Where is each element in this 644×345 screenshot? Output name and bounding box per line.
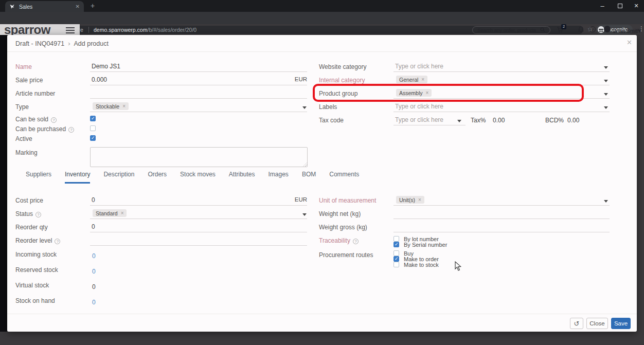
make-to-stock-checkbox[interactable]: [393, 262, 399, 267]
dropdown-caret-icon[interactable]: [604, 66, 608, 69]
dropdown-caret-icon[interactable]: [604, 93, 608, 96]
website-category-input[interactable]: [393, 62, 610, 72]
browser-tab[interactable]: Sales: [5, 1, 84, 12]
chip-remove-icon[interactable]: [421, 77, 424, 82]
can-be-purchased-checkbox[interactable]: [90, 125, 96, 131]
tax-percent-value[interactable]: 0.00: [493, 117, 505, 124]
window-maximize-icon[interactable]: [612, 0, 628, 12]
active-checkbox[interactable]: [90, 135, 96, 141]
tab-inventory[interactable]: Inventory: [65, 171, 90, 184]
unit-of-measurement-select[interactable]: [393, 195, 610, 206]
help-icon[interactable]: [589, 26, 596, 32]
dropdown-caret-icon[interactable]: [604, 106, 608, 109]
internal-category-chip[interactable]: General: [396, 76, 427, 83]
dropdown-caret-icon[interactable]: [457, 120, 461, 122]
breadcrumb-document[interactable]: Draft - INQ04971: [15, 40, 64, 47]
make-to-order-checkbox[interactable]: [393, 256, 399, 262]
tab-orders[interactable]: Orders: [148, 171, 167, 184]
tab-stock-moves[interactable]: Stock moves: [180, 171, 216, 184]
by-serial-number-checkbox[interactable]: [393, 242, 399, 247]
type-chip[interactable]: Stockable: [93, 102, 129, 110]
history-button[interactable]: [570, 318, 583, 329]
tax-code-input[interactable]: [393, 115, 466, 125]
breadcrumb: Draft - INQ04971Add product: [15, 40, 109, 47]
chip-label: Assembly: [399, 90, 423, 96]
reorder-qty-input[interactable]: [90, 222, 307, 232]
tab-close-icon[interactable]: [76, 4, 80, 9]
save-button[interactable]: Save: [611, 318, 631, 329]
labels-input[interactable]: [393, 102, 610, 112]
browser-address-bar: ← → ↻ Not secure demo.sparrowerp.com/b/#…: [0, 12, 644, 24]
incoming-stock-value[interactable]: 0: [92, 252, 96, 260]
new-tab-icon[interactable]: [91, 2, 95, 10]
marking-label: Marking: [15, 149, 38, 156]
tab-comments[interactable]: Comments: [329, 171, 359, 184]
sale-price-input[interactable]: [90, 75, 307, 85]
chip-remove-icon[interactable]: [418, 197, 421, 203]
tax-percent-label: Tax%: [471, 117, 486, 124]
help-circle-icon[interactable]: [51, 117, 57, 123]
marking-textarea[interactable]: [90, 147, 308, 167]
chip-label: Standard: [96, 210, 118, 216]
reorder-level-input[interactable]: [90, 235, 307, 246]
avatar[interactable]: [604, 26, 611, 32]
screen: Sales ← → ↻ Not secure demo.sparrowerp.c…: [0, 0, 644, 345]
article-number-input[interactable]: [90, 88, 307, 99]
status-chip[interactable]: Standard: [93, 209, 127, 217]
currency-suffix: EUR: [294, 76, 307, 82]
reorder-qty-label: Reorder qty: [15, 224, 48, 231]
currency-suffix: EUR: [294, 196, 307, 203]
incognito-icon: [598, 26, 604, 33]
can-be-purchased-label: Can be purchased: [15, 125, 74, 133]
unit-of-measurement-label: Unit of measurement: [319, 197, 376, 204]
help-circle-icon[interactable]: [68, 127, 74, 133]
can-be-sold-label: Can be sold: [15, 116, 57, 123]
unit-chip[interactable]: Unit(s): [396, 196, 424, 204]
tab-images[interactable]: Images: [269, 171, 289, 184]
dropdown-caret-icon[interactable]: [302, 213, 307, 216]
weight-gross-input[interactable]: [393, 222, 610, 232]
cost-price-input[interactable]: [90, 195, 307, 206]
chip-label: General: [399, 77, 418, 83]
user-name[interactable]: John Smith: [613, 28, 640, 34]
incoming-stock-label: Incoming stock: [15, 251, 57, 258]
virtual-stock-value: 0: [92, 283, 96, 290]
modal-close-icon[interactable]: [627, 39, 632, 46]
reserved-stock-value[interactable]: 0: [92, 268, 96, 275]
chip-remove-icon[interactable]: [121, 211, 124, 216]
dropdown-caret-icon[interactable]: [604, 80, 608, 82]
name-input[interactable]: [90, 62, 307, 72]
bcd-percent-value[interactable]: 0.00: [567, 117, 579, 124]
tab-attributes[interactable]: Attributes: [229, 171, 255, 184]
cost-price-label: Cost price: [15, 197, 43, 204]
buy-checkbox[interactable]: [393, 250, 399, 256]
product-group-label: Product group: [319, 90, 357, 97]
chip-remove-icon[interactable]: [122, 104, 126, 109]
window-close-icon[interactable]: [629, 0, 644, 12]
help-circle-icon[interactable]: [353, 239, 359, 244]
tab-bom[interactable]: BOM: [302, 171, 316, 184]
hamburger-menu-icon[interactable]: [66, 27, 75, 35]
can-be-sold-checkbox[interactable]: [90, 116, 96, 121]
window-minimize-icon[interactable]: [595, 0, 610, 12]
url-path: /b/#/sales/order/20/0: [147, 27, 196, 33]
by-lot-number-checkbox[interactable]: [393, 236, 399, 242]
weight-net-input[interactable]: [393, 209, 610, 219]
chip-remove-icon[interactable]: [426, 90, 429, 96]
stock-on-hand-value[interactable]: 0: [92, 299, 96, 306]
tab-suppliers[interactable]: Suppliers: [26, 171, 51, 184]
weight-gross-label: Weight gross (kg): [319, 224, 367, 231]
divider: [88, 27, 89, 33]
tab-description[interactable]: Description: [103, 171, 134, 184]
reserved-stock-label: Reserved stock: [15, 266, 58, 274]
make-to-stock-label: Make to stock: [404, 262, 439, 268]
notification-bell-icon[interactable]: [578, 26, 584, 33]
help-circle-icon[interactable]: [55, 239, 60, 244]
add-product-modal: Draft - INQ04971Add product Name Sale pr…: [7, 35, 637, 332]
dropdown-caret-icon[interactable]: [302, 106, 307, 109]
website-category-label: Website category: [319, 63, 367, 70]
help-circle-icon[interactable]: [35, 212, 41, 217]
product-group-chip[interactable]: Assembly: [396, 89, 432, 97]
close-button[interactable]: Close: [586, 318, 608, 329]
dropdown-caret-icon[interactable]: [604, 200, 608, 203]
